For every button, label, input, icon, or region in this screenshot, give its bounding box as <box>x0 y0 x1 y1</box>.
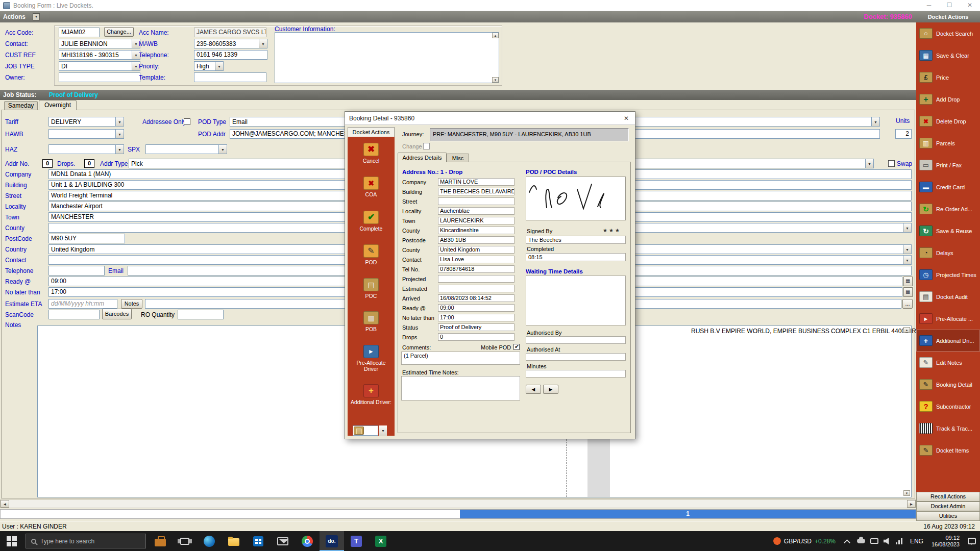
address-field-value[interactable]: 17:00 <box>438 314 514 321</box>
taskbar-app[interactable] <box>197 531 222 551</box>
address-field-value[interactable]: Proof of Delivery <box>438 323 514 331</box>
taskbar-app[interactable] <box>173 531 197 551</box>
estimate-eta-field[interactable]: dd/MM/yyyy hh:mm <box>48 299 117 309</box>
barcodes-button[interactable]: Barcodes <box>102 309 132 319</box>
sidebar-item[interactable]: Add Drop <box>916 88 980 110</box>
sidebar-item[interactable]: Print / Fax <box>916 154 980 176</box>
waiting-time-box[interactable] <box>526 276 626 325</box>
sidebar-item[interactable]: Docket Audit <box>916 286 980 308</box>
calendar-icon[interactable] <box>903 287 913 297</box>
change-checkbox[interactable] <box>423 143 430 149</box>
calendar-icon[interactable] <box>903 277 913 286</box>
minimize-button[interactable]: ─ <box>919 0 939 11</box>
template-field[interactable] <box>194 72 266 82</box>
address-field-value[interactable]: Auchenblae <box>438 207 514 215</box>
mawb-combo[interactable]: 235-80605383 <box>194 39 267 48</box>
taskbar-app[interactable] <box>369 531 393 551</box>
taskbar-app[interactable] <box>295 531 320 551</box>
email-link[interactable]: Email <box>108 267 124 274</box>
scroll-left-icon[interactable] <box>1 500 9 508</box>
notes-button[interactable]: Notes <box>121 299 142 309</box>
sidebar-item[interactable]: Additional Dri... <box>916 330 980 352</box>
taskbar-app[interactable] <box>246 531 271 551</box>
postcode-field[interactable]: M90 5UY <box>48 234 125 243</box>
taskbar-app[interactable] <box>222 531 246 551</box>
search-input[interactable]: Type here to search <box>26 534 146 548</box>
docket-action-item[interactable]: Complete <box>348 211 395 232</box>
address-field-value[interactable]: 0 <box>438 333 514 341</box>
tariff-combo[interactable]: DELIVERY <box>48 117 124 127</box>
mobile-pod-checkbox[interactable] <box>513 344 520 350</box>
sidebar-item[interactable]: Docket Items <box>916 439 980 461</box>
start-button[interactable] <box>0 531 23 551</box>
sidebar-item[interactable]: Parcels <box>916 132 980 154</box>
filter-icon[interactable] <box>33 13 40 20</box>
prev-button[interactable]: ◄ <box>526 385 541 394</box>
haz-combo[interactable] <box>48 144 124 154</box>
recall-actions-button[interactable]: Recall Actions <box>916 492 980 502</box>
close-button[interactable]: ✕ <box>960 0 980 11</box>
cust-ref-combo[interactable]: MHI318196 - 390315 <box>59 50 140 60</box>
maximize-button[interactable]: ☐ <box>939 0 960 11</box>
sidebar-item[interactable]: Delays <box>916 242 980 264</box>
onedrive-icon[interactable] <box>857 539 865 543</box>
priority-combo[interactable]: High <box>194 61 224 71</box>
address-field-value[interactable]: 07808764618 <box>438 265 514 273</box>
docket-action-item[interactable]: POD <box>348 244 395 265</box>
address-field-value[interactable]: LAURENCEKIRK <box>438 217 514 224</box>
address-field-value[interactable] <box>438 275 514 283</box>
chevron-down-icon[interactable] <box>379 425 387 436</box>
sidebar-item[interactable]: Projected Times <box>916 264 980 286</box>
sidebar-item[interactable]: Booking Detail <box>916 373 980 395</box>
volume-icon[interactable] <box>884 538 891 545</box>
scroll-right-icon[interactable] <box>907 500 916 508</box>
swap-checkbox[interactable] <box>888 160 895 167</box>
tab-sameday[interactable]: Sameday <box>4 101 38 110</box>
address-field-value[interactable]: United Kingdom <box>438 246 514 254</box>
acc-code-field[interactable]: MJAM02 <box>59 28 100 37</box>
hawb-combo[interactable] <box>48 129 124 139</box>
additional-driver-combo[interactable] <box>353 425 378 436</box>
scancode-field[interactable] <box>48 310 100 319</box>
docket-action-item[interactable]: POB <box>348 311 395 332</box>
minutes-field[interactable] <box>526 370 626 378</box>
comments-box[interactable]: (1 Parcel) <box>401 352 520 365</box>
taskbar-app[interactable] <box>344 531 369 551</box>
docket-actions-tab[interactable]: Docket Actions <box>348 127 395 137</box>
next-button[interactable]: ► <box>543 385 558 394</box>
estimated-time-notes-box[interactable] <box>401 376 520 400</box>
sidebar-item[interactable]: Track & Trac... <box>916 417 980 439</box>
address-field-value[interactable]: THE BEECHES DELLAVAIRD <box>438 188 514 195</box>
network-icon[interactable] <box>896 538 903 544</box>
contact-combo[interactable]: JULIE BENNION <box>59 39 140 48</box>
units-field[interactable]: 2 <box>895 129 912 139</box>
docket-action-item[interactable]: COA <box>348 177 395 197</box>
taskbar-app[interactable] <box>271 531 295 551</box>
address-field-value[interactable] <box>438 197 514 205</box>
tray-expand[interactable] <box>840 531 854 551</box>
signed-by-field[interactable]: The Beeches <box>526 236 626 244</box>
scroll-up-icon[interactable] <box>492 33 499 38</box>
sidebar-item[interactable]: Subcontractor <box>916 395 980 417</box>
tab-misc[interactable]: Misc <box>447 154 469 162</box>
owner-field[interactable] <box>59 72 140 82</box>
action-center[interactable] <box>964 531 980 551</box>
sidebar-item[interactable]: Credit Card <box>916 176 980 198</box>
stock-ticker[interactable]: GBP/USD +0.28% <box>769 531 840 551</box>
spx-combo[interactable] <box>145 144 227 154</box>
sidebar-item[interactable]: Re-Order Ad... <box>916 198 980 220</box>
authorised-at-field[interactable] <box>526 353 626 361</box>
addressee-only-checkbox[interactable] <box>184 118 190 125</box>
job-type-combo[interactable]: DI <box>59 61 140 71</box>
docket-admin-button[interactable]: Docket Admin <box>916 502 980 511</box>
tab-overnight[interactable]: Overnight <box>39 100 77 110</box>
address-field-value[interactable]: MARTIN LOVE <box>438 178 514 186</box>
ro-quantity-field[interactable] <box>178 310 224 319</box>
scroll-down-icon[interactable] <box>903 490 910 496</box>
docket-action-item[interactable]: Pre-Allocate Driver <box>348 345 395 372</box>
authorised-by-field[interactable] <box>526 336 626 344</box>
address-field-value[interactable]: 09:00 <box>438 304 514 312</box>
utilities-button[interactable]: Utilities <box>916 511 980 521</box>
customer-info-box[interactable] <box>275 32 499 83</box>
docket-action-item[interactable]: POC <box>348 278 395 299</box>
